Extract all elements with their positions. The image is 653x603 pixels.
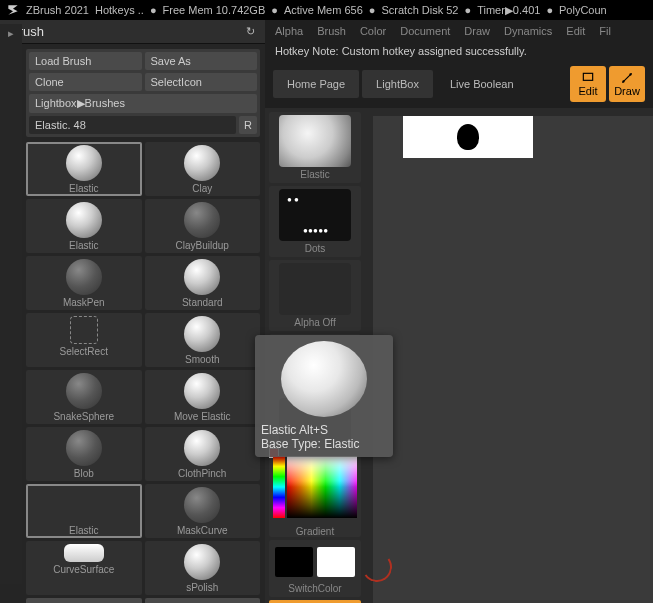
brush-item-maskcurve[interactable]: MaskCurve [145,484,261,538]
brush-thumb-icon [184,202,220,238]
brush-thumb-icon [70,316,98,344]
bullet: ● [150,4,157,16]
lightbox-button[interactable]: LightBox [362,70,433,98]
from-mesh-button[interactable]: From Mesh [26,598,142,603]
main-menu-bar: AlphaBrushColorDocumentDrawDynamicsEditF… [265,20,653,42]
free-mem: Free Mem 10.742GB [163,4,266,16]
bullet: ● [464,4,471,16]
brush-thumb-icon [184,430,220,466]
dots-stroke-icon [279,189,351,241]
draw-label: Draw [614,85,640,97]
bullet: ● [271,4,278,16]
draw-mode-button[interactable]: Draw [609,66,645,102]
brush-item-smooth[interactable]: Smooth [145,313,261,367]
brush-thumb-icon [184,145,220,181]
r-button[interactable]: R [239,116,257,134]
brush-item-label: SelectRect [26,346,142,357]
to-mesh-button[interactable]: To Mesh [145,598,261,603]
brush-item-label: Clay [145,183,261,194]
menu-color[interactable]: Color [360,25,386,37]
bullet: ● [369,4,376,16]
brush-item-label: MaskCurve [145,525,261,536]
brush-thumb-icon [184,259,220,295]
color-picker[interactable]: Gradient [269,456,361,537]
brush-item-label: CurveSurface [26,564,142,575]
brush-item-clay[interactable]: Clay [145,142,261,196]
current-stroke-label: Dots [272,243,358,254]
brush-item-claybuildup[interactable]: ClayBuildup [145,199,261,253]
brush-item-label: MaskPen [26,297,142,308]
tooltip-line1: Elastic Alt+S [261,423,387,437]
brush-item-label: Elastic [28,183,140,194]
right-area: AlphaBrushColorDocumentDrawDynamicsEditF… [265,20,653,603]
brush-palette: Brush ↻ Load Brush Save As Clone SelectI… [0,20,265,603]
main-color-swatch[interactable] [275,547,313,577]
sv-picker[interactable] [287,456,357,518]
secondary-color-swatch[interactable] [317,547,355,577]
menu-alpha[interactable]: Alpha [275,25,303,37]
hotkey-note: Hotkey Note: Custom hotkey assigned succ… [265,42,653,60]
brush-search-input[interactable] [29,116,236,134]
svg-point-1 [622,80,624,82]
brush-item-curvesurface[interactable]: CurveSurface [26,541,142,595]
brush-item-label: Blob [26,468,142,479]
brush-item-clothpinch[interactable]: ClothPinch [145,427,261,481]
load-brush-button[interactable]: Load Brush [29,52,142,70]
clone-button[interactable]: Clone [29,73,142,91]
brush-item-label: ClothPinch [145,468,261,479]
panel-arrow-icon[interactable]: ▸ [0,24,22,43]
brush-item-standard[interactable]: Standard [145,256,261,310]
brush-tooltip: Elastic Alt+S Base Type: Elastic [255,335,393,457]
brush-thumb-icon [66,430,102,466]
menu-fil[interactable]: Fil [599,25,611,37]
current-stroke-slot[interactable]: Dots [269,186,361,257]
brush-item-selectrect[interactable]: SelectRect [26,313,142,367]
switch-color-slot[interactable]: SwitchColor [269,540,361,597]
menu-edit[interactable]: Edit [566,25,585,37]
canvas[interactable] [373,116,653,603]
save-as-button[interactable]: Save As [145,52,258,70]
hue-strip[interactable] [273,456,285,518]
polycount: PolyCoun [559,4,607,16]
menu-document[interactable]: Document [400,25,450,37]
brush-cursor-icon [457,124,479,150]
brush-item-snakesphere[interactable]: SnakeSphere [26,370,142,424]
svg-point-2 [629,73,631,75]
menu-dynamics[interactable]: Dynamics [504,25,552,37]
refresh-icon[interactable]: ↻ [246,25,255,38]
brush-header[interactable]: Brush ↻ [0,20,265,44]
brush-thumb-icon [66,145,102,181]
brush-item-maskpen[interactable]: MaskPen [26,256,142,310]
current-brush-slot[interactable]: Elastic [269,112,361,183]
brush-item-elastic[interactable]: Elastic [26,199,142,253]
app-name: ZBrush 2021 [26,4,89,16]
live-boolean-button[interactable]: Live Boolean [436,70,528,98]
brush-grid: ElasticClayElasticClayBuildupMaskPenStan… [26,142,260,595]
tooltip-line2: Base Type: Elastic [261,437,387,451]
brush-item-blob[interactable]: Blob [26,427,142,481]
brush-item-elastic[interactable]: Elastic [26,142,142,196]
home-page-button[interactable]: Home Page [273,70,359,98]
lightbox-brushes-button[interactable]: Lightbox▶Brushes [29,94,257,113]
brush-item-move-elastic[interactable]: Move Elastic [145,370,261,424]
brush-thumb-icon [66,202,102,238]
brush-thumb-icon [184,373,220,409]
brush-thumb-icon [66,259,102,295]
title-bar: ZBrush 2021 Hotkeys .. ● Free Mem 10.742… [0,0,653,20]
edit-mode-button[interactable]: Edit [570,66,606,102]
left-strip: ▸ [0,24,22,584]
brush-item-label: Standard [145,297,261,308]
current-brush-label: Elastic [272,169,358,180]
brush-item-spolish[interactable]: sPolish [145,541,261,595]
brush-thumb-icon [66,373,102,409]
bullet: ● [546,4,553,16]
menu-draw[interactable]: Draw [464,25,490,37]
edit-icon [580,71,596,85]
current-alpha-slot[interactable]: Alpha Off [269,260,361,331]
brush-item-elastic[interactable]: Elastic [26,484,142,538]
toolbar: Home Page LightBox Live Boolean Edit Dra… [265,60,653,108]
menu-brush[interactable]: Brush [317,25,346,37]
select-icon-button[interactable]: SelectIcon [145,73,258,91]
svg-rect-0 [583,73,592,80]
brush-thumb-icon [184,544,220,580]
